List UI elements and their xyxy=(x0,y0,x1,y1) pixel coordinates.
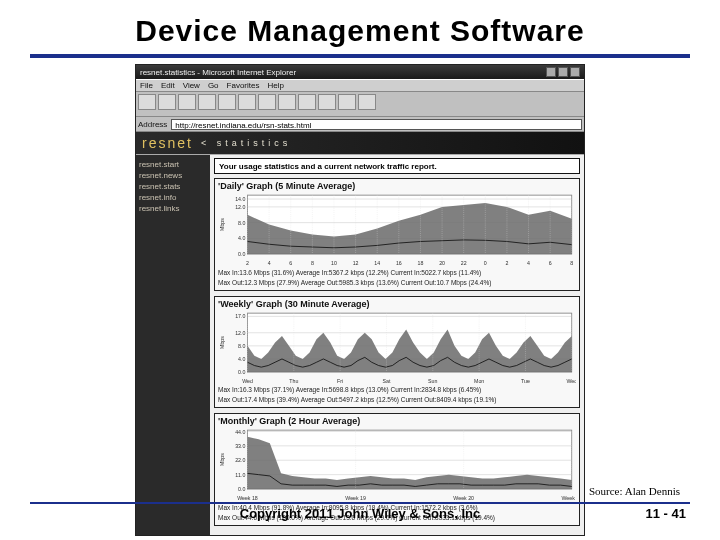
main-panel: Your usage statistics and a current netw… xyxy=(210,155,584,535)
sidebar-item-info[interactable]: resnet.info xyxy=(139,193,207,203)
svg-text:6: 6 xyxy=(549,260,552,266)
svg-text:17.0: 17.0 xyxy=(235,313,245,319)
mail-button[interactable] xyxy=(338,94,356,110)
weekly-graph-card: 'Weekly' Graph (30 Minute Average) 0.04.… xyxy=(214,296,580,409)
svg-text:8.0: 8.0 xyxy=(238,343,245,349)
toolbar xyxy=(136,92,584,117)
svg-text:Wed: Wed xyxy=(566,377,576,383)
weekly-graph-stats-1: Max In:16.3 Mbps (37.1%) Average In:5698… xyxy=(218,386,576,394)
print-button[interactable] xyxy=(358,94,376,110)
svg-text:Mbps: Mbps xyxy=(219,335,225,348)
svg-text:Week 20: Week 20 xyxy=(453,495,474,501)
forward-button[interactable] xyxy=(158,94,176,110)
svg-text:Mon: Mon xyxy=(474,377,484,383)
site-banner: resnet < statistics xyxy=(136,132,584,154)
svg-text:4: 4 xyxy=(527,260,530,266)
svg-text:0.0: 0.0 xyxy=(238,251,245,257)
site-name: resnet xyxy=(142,135,193,151)
svg-text:Sat: Sat xyxy=(383,377,391,383)
svg-text:22.0: 22.0 xyxy=(235,458,245,464)
svg-text:0.0: 0.0 xyxy=(238,369,245,375)
svg-text:33.0: 33.0 xyxy=(235,443,245,449)
daily-graph-stats-2: Max Out:12.3 Mbps (27.9%) Average Out:59… xyxy=(218,279,576,287)
svg-text:Mbps: Mbps xyxy=(219,453,225,466)
menu-edit[interactable]: Edit xyxy=(161,81,175,90)
svg-text:Thu: Thu xyxy=(289,377,298,383)
svg-text:Week 19: Week 19 xyxy=(345,495,366,501)
svg-text:Tue: Tue xyxy=(521,377,530,383)
address-label: Address xyxy=(138,120,167,129)
monthly-graph-title: 'Monthly' Graph (2 Hour Average) xyxy=(218,416,576,426)
menu-view[interactable]: View xyxy=(183,81,200,90)
window-titlebar: resnet.statistics - Microsoft Internet E… xyxy=(136,65,584,79)
sidebar-item-start[interactable]: resnet.start xyxy=(139,160,207,170)
svg-text:Wed: Wed xyxy=(242,377,253,383)
close-icon[interactable] xyxy=(570,67,580,77)
window-title: resnet.statistics - Microsoft Internet E… xyxy=(140,68,296,77)
svg-text:12.0: 12.0 xyxy=(235,204,245,210)
page-subtitle: Your usage statistics and a current netw… xyxy=(214,158,580,174)
svg-text:20: 20 xyxy=(439,260,445,266)
svg-text:11.0: 11.0 xyxy=(235,472,245,478)
weekly-graph-title: 'Weekly' Graph (30 Minute Average) xyxy=(218,299,576,309)
channels-button[interactable] xyxy=(298,94,316,110)
address-input[interactable]: http://resnet.indiana.edu/rsn-stats.html xyxy=(171,119,582,130)
menu-help[interactable]: Help xyxy=(267,81,283,90)
title-rule xyxy=(30,54,690,58)
back-button[interactable] xyxy=(138,94,156,110)
sidebar-item-stats[interactable]: resnet.stats xyxy=(139,182,207,192)
history-button[interactable] xyxy=(278,94,296,110)
menu-go[interactable]: Go xyxy=(208,81,219,90)
svg-text:16: 16 xyxy=(396,260,402,266)
sidebar-item-news[interactable]: resnet.news xyxy=(139,171,207,181)
site-section: < statistics xyxy=(201,138,291,148)
svg-text:Week 21: Week 21 xyxy=(561,495,576,501)
source-credit: Source: Alan Dennis xyxy=(589,485,680,497)
svg-text:Week 18: Week 18 xyxy=(237,495,258,501)
svg-text:8.0: 8.0 xyxy=(238,220,245,226)
search-button[interactable] xyxy=(238,94,256,110)
maximize-icon[interactable] xyxy=(558,67,568,77)
svg-text:2: 2 xyxy=(246,260,249,266)
svg-text:10: 10 xyxy=(331,260,337,266)
sidebar-item-links[interactable]: resnet.links xyxy=(139,204,207,214)
svg-text:0.0: 0.0 xyxy=(238,487,245,493)
svg-text:Sun: Sun xyxy=(428,377,437,383)
refresh-button[interactable] xyxy=(198,94,216,110)
svg-text:0: 0 xyxy=(484,260,487,266)
menu-favorites[interactable]: Favorites xyxy=(227,81,260,90)
svg-text:4.0: 4.0 xyxy=(238,235,245,241)
svg-text:44.0: 44.0 xyxy=(235,429,245,435)
daily-graph-title: 'Daily' Graph (5 Minute Average) xyxy=(218,181,576,191)
monthly-graph: 0.011.022.033.044.0MbpsWeek 18Week 19Wee… xyxy=(218,428,576,502)
svg-text:8: 8 xyxy=(570,260,573,266)
svg-text:22: 22 xyxy=(461,260,467,266)
daily-graph-card: 'Daily' Graph (5 Minute Average) 0.04.08… xyxy=(214,178,580,291)
svg-text:Fri: Fri xyxy=(337,377,343,383)
menu-file[interactable]: File xyxy=(140,81,153,90)
stop-button[interactable] xyxy=(178,94,196,110)
favorites-button[interactable] xyxy=(258,94,276,110)
svg-text:Mbps: Mbps xyxy=(219,218,225,231)
minimize-icon[interactable] xyxy=(546,67,556,77)
weekly-graph-stats-2: Max Out:17.4 Mbps (39.4%) Average Out:54… xyxy=(218,396,576,404)
svg-text:14: 14 xyxy=(374,260,380,266)
svg-text:4.0: 4.0 xyxy=(238,356,245,362)
footer-rule xyxy=(30,502,690,504)
home-button[interactable] xyxy=(218,94,236,110)
svg-text:12: 12 xyxy=(353,260,359,266)
weekly-graph: 0.04.08.012.017.0MbpsWedThuFriSatSunMonT… xyxy=(218,311,576,385)
page-number: 11 - 41 xyxy=(646,506,686,521)
svg-text:14.0: 14.0 xyxy=(235,196,245,202)
fullscreen-button[interactable] xyxy=(318,94,336,110)
slide-title: Device Management Software xyxy=(0,0,720,54)
svg-text:8: 8 xyxy=(311,260,314,266)
sidebar: resnet.start resnet.news resnet.stats re… xyxy=(136,155,210,535)
svg-text:18: 18 xyxy=(418,260,424,266)
address-bar: Address http://resnet.indiana.edu/rsn-st… xyxy=(136,117,584,132)
daily-graph: 0.04.08.012.014.0Mbps2468101214161820220… xyxy=(218,193,576,267)
menu-bar: File Edit View Go Favorites Help xyxy=(136,79,584,92)
svg-text:12.0: 12.0 xyxy=(235,330,245,336)
daily-graph-stats-1: Max In:13.6 Mbps (31.6%) Average In:5367… xyxy=(218,269,576,277)
svg-text:2: 2 xyxy=(505,260,508,266)
